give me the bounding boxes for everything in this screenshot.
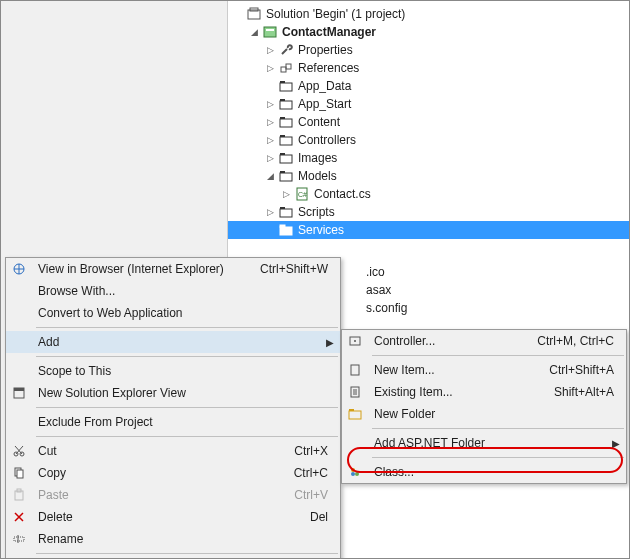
menu-existing-item[interactable]: Existing Item... Shift+Alt+A xyxy=(342,381,626,403)
folder-icon xyxy=(278,222,294,238)
tree-folder[interactable]: App_Data xyxy=(228,77,629,95)
menu-separator xyxy=(36,436,338,437)
svg-rect-2 xyxy=(264,27,276,37)
svg-rect-7 xyxy=(280,81,285,83)
context-menu-main: View in Browser (Internet Explorer) Ctrl… xyxy=(5,257,341,559)
svg-rect-5 xyxy=(286,64,291,69)
expander-icon[interactable]: ▷ xyxy=(264,62,276,74)
tree-label: Images xyxy=(298,151,337,165)
copy-icon xyxy=(6,466,32,480)
svg-point-43 xyxy=(351,472,355,476)
expander-icon[interactable]: ▷ xyxy=(264,116,276,128)
menu-shortcut: Del xyxy=(310,510,340,524)
menu-label: New Solution Explorer View xyxy=(32,386,340,400)
svg-rect-33 xyxy=(14,537,24,541)
menu-class[interactable]: Class... xyxy=(342,461,626,483)
tree-folder[interactable]: ▷ Content xyxy=(228,113,629,131)
menu-label: Existing Item... xyxy=(368,385,554,399)
menu-delete[interactable]: Delete Del xyxy=(6,506,340,528)
context-menu-add-submenu: Controller... Ctrl+M, Ctrl+C New Item...… xyxy=(341,329,627,484)
tree-folder[interactable]: ▷ Controllers xyxy=(228,131,629,149)
menu-aspnet-folder[interactable]: Add ASP.NET Folder ▶ xyxy=(342,432,626,454)
menu-rename[interactable]: Rename xyxy=(6,528,340,550)
menu-browse-with[interactable]: Browse With... xyxy=(6,280,340,302)
menu-add[interactable]: Add ▶ xyxy=(6,331,340,353)
controller-icon xyxy=(342,334,368,348)
menu-new-view[interactable]: New Solution Explorer View xyxy=(6,382,340,404)
tree-folder[interactable]: ▷ Scripts xyxy=(228,203,629,221)
menu-label: Paste xyxy=(32,488,294,502)
menu-shortcut: Shift+Alt+A xyxy=(554,385,626,399)
svg-rect-14 xyxy=(280,155,292,163)
tree-references[interactable]: ▷ References xyxy=(228,59,629,77)
tree-label: asax xyxy=(366,283,391,297)
folder-icon xyxy=(278,150,294,166)
svg-rect-39 xyxy=(349,411,361,419)
project-icon xyxy=(262,24,278,40)
menu-cut[interactable]: Cut Ctrl+X xyxy=(6,440,340,462)
tree-label: .ico xyxy=(366,265,385,279)
tree-solution[interactable]: Solution 'Begin' (1 project) xyxy=(228,5,629,23)
svg-rect-11 xyxy=(280,117,285,119)
expander-icon[interactable]: ▷ xyxy=(264,134,276,146)
svg-rect-3 xyxy=(266,29,274,31)
menu-controller[interactable]: Controller... Ctrl+M, Ctrl+C xyxy=(342,330,626,352)
tree-file[interactable]: ▷ C# Contact.cs xyxy=(228,185,629,203)
expander-icon[interactable]: ▷ xyxy=(264,206,276,218)
tree-label: App_Data xyxy=(298,79,351,93)
menu-label: Add xyxy=(32,335,340,349)
svg-rect-23 xyxy=(280,225,285,227)
menu-view-in-browser[interactable]: View in Browser (Internet Explorer) Ctrl… xyxy=(6,258,340,280)
svg-rect-22 xyxy=(280,227,292,235)
tree-label: Services xyxy=(298,223,344,237)
menu-shortcut: Ctrl+C xyxy=(294,466,340,480)
expander-icon[interactable]: ▷ xyxy=(264,98,276,110)
menu-new-folder[interactable]: New Folder xyxy=(342,403,626,425)
menu-exclude[interactable]: Exclude From Project xyxy=(6,411,340,433)
expander-icon[interactable]: ◢ xyxy=(248,26,260,38)
menu-separator xyxy=(372,355,624,356)
new-folder-icon xyxy=(342,407,368,421)
tree-folder[interactable]: ▷ App_Start xyxy=(228,95,629,113)
tree-project[interactable]: ◢ ContactManager xyxy=(228,23,629,41)
tree-label: Solution 'Begin' (1 project) xyxy=(266,7,405,21)
svg-rect-6 xyxy=(280,83,292,91)
menu-label: Rename xyxy=(32,532,340,546)
folder-icon xyxy=(278,114,294,130)
svg-rect-20 xyxy=(280,209,292,217)
tree-models[interactable]: ◢ Models xyxy=(228,167,629,185)
tree-properties[interactable]: ▷ Properties xyxy=(228,41,629,59)
svg-point-36 xyxy=(354,340,356,342)
menu-separator xyxy=(36,327,338,328)
submenu-arrow-icon: ▶ xyxy=(326,337,334,348)
submenu-arrow-icon: ▶ xyxy=(612,438,620,449)
tree-folder[interactable]: ▷ Images xyxy=(228,149,629,167)
tree-label: Properties xyxy=(298,43,353,57)
existing-item-icon xyxy=(342,385,368,399)
expander-icon[interactable]: ◢ xyxy=(264,170,276,182)
menu-separator xyxy=(36,407,338,408)
browser-icon xyxy=(6,262,32,276)
tree-label: ContactManager xyxy=(282,25,376,39)
menu-scope[interactable]: Scope to This xyxy=(6,360,340,382)
menu-copy[interactable]: Copy Ctrl+C xyxy=(6,462,340,484)
menu-label: Convert to Web Application xyxy=(32,306,340,320)
cut-icon xyxy=(6,444,32,458)
menu-convert-web[interactable]: Convert to Web Application xyxy=(6,302,340,324)
wrench-icon xyxy=(278,42,294,58)
menu-label: Class... xyxy=(368,465,626,479)
csharp-file-icon: C# xyxy=(294,186,310,202)
menu-label: New Item... xyxy=(368,363,549,377)
tree-label: App_Start xyxy=(298,97,351,111)
tree-label: Controllers xyxy=(298,133,356,147)
svg-rect-4 xyxy=(281,67,286,72)
tree-services-selected[interactable]: Services xyxy=(228,221,629,239)
expander-icon[interactable]: ▷ xyxy=(264,44,276,56)
svg-rect-30 xyxy=(17,470,23,478)
menu-new-item[interactable]: New Item... Ctrl+Shift+A xyxy=(342,359,626,381)
expander-icon[interactable]: ▷ xyxy=(280,188,292,200)
rename-icon xyxy=(6,532,32,546)
expander-icon[interactable]: ▷ xyxy=(264,152,276,164)
menu-separator xyxy=(36,553,338,554)
menu-shortcut: Ctrl+Shift+A xyxy=(549,363,626,377)
